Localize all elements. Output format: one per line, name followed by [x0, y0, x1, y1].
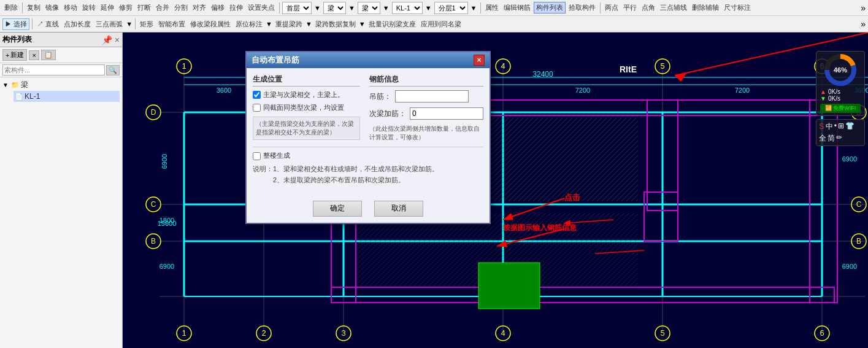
- svg-rect-90: [478, 263, 540, 309]
- dim-btn[interactable]: 尺寸标注: [722, 2, 753, 13]
- dialog-middle-section: 整楼生成 说明：1、梁和梁相交处有柱或墙时，不生成吊筋和次梁加筋。 2、未提取梁…: [253, 147, 483, 186]
- dialog-notes: 说明：1、梁和梁相交处有柱或墙时，不生成吊筋和次梁加筋。 2、未提取梁跨的梁不布…: [253, 164, 483, 185]
- expand2-icon[interactable]: »: [861, 19, 866, 29]
- svg-text:6900: 6900: [159, 263, 174, 270]
- checkbox1[interactable]: [253, 91, 261, 99]
- svg-text:3600: 3600: [855, 87, 868, 94]
- trim-btn[interactable]: 修剪: [117, 2, 134, 13]
- point-length-btn[interactable]: 点加长度: [62, 19, 93, 29]
- dialog-close-btn[interactable]: ×: [474, 55, 485, 66]
- svg-text:7200: 7200: [735, 87, 750, 94]
- rect-btn[interactable]: 矩形: [138, 19, 155, 29]
- edit-rebar-btn[interactable]: 编辑钢筋: [502, 2, 532, 13]
- svg-text:2: 2: [261, 328, 266, 338]
- line-btn[interactable]: ↗ 直线: [35, 19, 61, 29]
- checkbox3-row: 整楼生成: [253, 151, 483, 160]
- auto-layout-dialog[interactable]: 自动布置吊筋 × 生成位置 主梁与次梁相交，主梁上。: [245, 51, 491, 224]
- field1-row: 吊筋：: [369, 90, 483, 102]
- component-list-btn[interactable]: 构件列表: [534, 2, 566, 14]
- svg-text:1: 1: [182, 61, 186, 71]
- extend-btn[interactable]: 延伸: [99, 2, 116, 13]
- angle-btn[interactable]: 点角: [640, 2, 657, 13]
- smart-layout-btn[interactable]: 智能布置: [156, 19, 187, 29]
- two-points-btn[interactable]: 两点: [603, 2, 620, 13]
- stretch-btn[interactable]: 拉伸: [228, 2, 245, 13]
- svg-text:6: 6: [820, 328, 824, 338]
- dialog-note1: （主梁是指梁交处为支座的梁，次梁是指梁相交处不为支座的梁）: [253, 117, 360, 140]
- align-btn[interactable]: 对齐: [191, 2, 208, 13]
- dialog-title-bar: 自动布置吊筋 ×: [247, 52, 490, 68]
- break-btn[interactable]: 打断: [136, 2, 153, 13]
- expand-icon[interactable]: »: [861, 3, 866, 13]
- dialog-footer: 确定 取消: [247, 197, 490, 223]
- copy-btn[interactable]: 复制: [25, 2, 42, 13]
- span-copy-btn[interactable]: 梁跨数据复制: [313, 19, 358, 29]
- merge-btn[interactable]: 合并: [154, 2, 171, 13]
- checkbox3[interactable]: [253, 152, 261, 160]
- tree-node-kl1[interactable]: 📄 KL-1: [13, 91, 120, 102]
- svg-text:6900: 6900: [842, 263, 857, 270]
- set-anchor-btn[interactable]: 设置夹点: [246, 2, 277, 13]
- three-aux-btn[interactable]: 三点辅线: [658, 2, 689, 13]
- svg-text:1: 1: [182, 328, 186, 338]
- pickup-btn[interactable]: 拾取构件: [567, 2, 597, 13]
- offset-btn[interactable]: 偏移: [209, 2, 226, 13]
- split-btn[interactable]: 分割: [172, 2, 190, 13]
- three-arc-btn[interactable]: 三点画弧: [94, 19, 125, 29]
- new-row: + 新建 × 📋: [0, 47, 122, 63]
- svg-text:3600: 3600: [217, 87, 231, 94]
- mirror-btn[interactable]: 镜像: [44, 2, 61, 13]
- search-input[interactable]: [2, 64, 105, 75]
- id-select[interactable]: KL-1: [392, 2, 423, 14]
- secondary-rebar-input[interactable]: [410, 107, 483, 120]
- new-icon: +: [6, 52, 9, 59]
- search-btn[interactable]: 🔍: [106, 65, 120, 75]
- toolbar-container: 删除 复制 镜像 移动 旋转 延伸 修剪 打断 合并 分割 对齐 偏移 拉伸 设…: [0, 0, 868, 33]
- tree-node-beam[interactable]: ▼ 📁 梁 📄 KL-1: [1, 79, 121, 102]
- panel-title: 构件列表: [2, 34, 32, 45]
- tree-expand-beam[interactable]: ▼: [2, 82, 10, 88]
- svg-text:C: C: [151, 200, 156, 209]
- svg-text:6900: 6900: [842, 155, 857, 163]
- repull-span-btn[interactable]: 重提梁跨: [274, 19, 304, 29]
- cad-drawing: 1 2 3 4 5 6 7 1 2 3 4 5 6: [123, 33, 868, 348]
- copy-component-btn[interactable]: 📋: [41, 50, 56, 60]
- move-btn[interactable]: 移动: [62, 2, 79, 13]
- section-right-title: 钢筋信息: [369, 74, 483, 87]
- delete-btn[interactable]: 删除: [2, 2, 20, 13]
- apply-same-name-btn[interactable]: 应用到同名梁: [419, 19, 463, 29]
- note-line2: 2、未提取梁跨的梁不布置吊筋和次梁加筋。: [253, 175, 483, 186]
- field2-label: 次梁加筋：: [369, 109, 406, 119]
- dialog-section-right: 钢筋信息 吊筋： 次梁加筋： （此处指次梁两侧共增加数量，信息取自计算设置，可修…: [369, 74, 483, 142]
- layer-select[interactable]: 分层1: [434, 2, 468, 14]
- pin-btn[interactable]: 📌: [102, 35, 112, 45]
- checkbox3-label: 整楼生成: [263, 151, 290, 160]
- type-select[interactable]: 梁: [323, 2, 346, 14]
- select-btn[interactable]: ▶ 选择: [2, 18, 29, 30]
- checkbox2[interactable]: [253, 104, 261, 112]
- svg-text:RItE: RItE: [620, 64, 637, 74]
- sep4: [600, 2, 601, 14]
- cancel-btn[interactable]: 取消: [374, 201, 423, 217]
- new-btn[interactable]: + 新建: [2, 49, 27, 61]
- name-select[interactable]: 梁: [358, 2, 380, 14]
- svg-text:4: 4: [501, 328, 505, 338]
- modify-segment-btn[interactable]: 修改梁段属性: [188, 19, 232, 29]
- identify-support-btn[interactable]: 批量识别梁支座: [367, 19, 418, 29]
- panel-close-btn[interactable]: ×: [115, 35, 120, 45]
- parallel-btn[interactable]: 平行: [621, 2, 639, 13]
- del-aux-btn[interactable]: 删除辅轴: [690, 2, 721, 13]
- svg-text:1800: 1800: [159, 217, 174, 224]
- del-component-btn[interactable]: ×: [29, 50, 39, 60]
- svg-text:3: 3: [341, 328, 345, 338]
- property-btn[interactable]: 属性: [483, 2, 501, 13]
- svg-text:6: 6: [820, 61, 824, 71]
- rotate-btn[interactable]: 旋转: [80, 2, 98, 13]
- stirrup-input[interactable]: [395, 90, 469, 102]
- floor-select[interactable]: 首层: [282, 2, 312, 14]
- dialog-title-text: 自动布置吊筋: [252, 55, 299, 66]
- sep6: [135, 18, 136, 29]
- original-label-btn[interactable]: 原位标注: [234, 19, 264, 29]
- svg-text:B: B: [151, 237, 156, 246]
- confirm-btn[interactable]: 确定: [313, 201, 362, 217]
